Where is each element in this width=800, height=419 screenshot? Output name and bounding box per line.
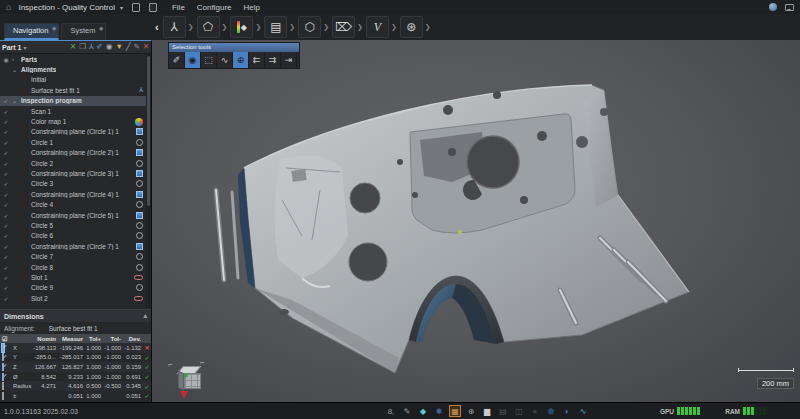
tree-item[interactable]: ✓Circle 9 xyxy=(0,283,146,293)
annotation-tools-icon[interactable]: V xyxy=(366,16,389,38)
surface-select-icon[interactable]: ◉ xyxy=(185,52,201,68)
element-check-icon[interactable]: ✓ xyxy=(0,274,12,281)
tree-item[interactable]: ✓Circle 6 xyxy=(0,231,146,241)
tree-item[interactable]: ✓Constraining plane (Circle 4) 1 xyxy=(0,189,146,199)
dimension-row[interactable]: X-198.113-199.2461.000-1.000-1.132✕ xyxy=(0,343,151,353)
column-header[interactable]: Measur xyxy=(58,336,85,342)
element-check-icon[interactable]: ✓ xyxy=(0,243,12,250)
tree-scrollbar[interactable] xyxy=(146,54,151,308)
tree-item[interactable]: ✓Constraining plane (Circle 5) 1 xyxy=(0,210,146,220)
tree-item[interactable]: ✓Scan 1 xyxy=(0,106,146,116)
3d-model-part[interactable] xyxy=(152,40,800,402)
table-icon[interactable]: ▤ xyxy=(497,405,509,417)
tree-item[interactable]: ✓Circle 4 xyxy=(0,199,146,209)
menu-item-configure[interactable]: Configure xyxy=(197,3,232,12)
element-check-icon[interactable]: ✓ xyxy=(0,97,12,104)
tree-item[interactable]: ✓Constraining plane (Circle 2) 1 xyxy=(0,148,146,158)
tree-item[interactable]: ✓Slot 2 xyxy=(0,293,146,303)
new-document-icon[interactable] xyxy=(132,3,140,12)
visibility-eye-icon[interactable]: ◉ xyxy=(0,56,12,63)
row-checkbox[interactable] xyxy=(2,363,4,371)
element-check-icon[interactable]: ✓ xyxy=(0,212,12,219)
draw-icon[interactable]: ╱ xyxy=(126,43,131,51)
expander-icon[interactable]: ⌄ xyxy=(12,97,21,104)
chevron-right-icon[interactable]: ❯ xyxy=(253,23,263,31)
histogram-icon[interactable]: ▆ xyxy=(481,405,493,417)
chevron-down-icon[interactable]: ▾ xyxy=(23,44,26,51)
expander-icon[interactable]: ⌄ xyxy=(12,66,21,73)
dimension-row[interactable]: Z126.667126.8271.000-1.0000.159✓ xyxy=(0,362,151,372)
report-tools-icon[interactable]: ▤ xyxy=(264,16,287,38)
element-check-icon[interactable]: ✓ xyxy=(0,264,12,271)
tree-item[interactable]: ✓Circle 5 xyxy=(0,220,146,230)
tab-system[interactable]: System◉ xyxy=(61,23,106,40)
row-checkbox[interactable] xyxy=(2,353,4,361)
positioning-tools-icon[interactable]: ⅄ xyxy=(163,16,186,38)
tree-item[interactable]: ◉›Parts xyxy=(0,54,146,64)
tree-item[interactable]: ✓Constraining plane (Circle 1) 1 xyxy=(0,127,146,137)
dimensions-header[interactable]: Dimensions ▴ xyxy=(0,310,151,322)
navigation-cube[interactable]: ⌐ ⌐ xyxy=(174,364,218,404)
sphere-select-icon[interactable]: ⊕ xyxy=(233,52,249,68)
geometry-tools-icon[interactable]: ⬠ xyxy=(197,16,220,38)
column-header[interactable]: Tol+ xyxy=(85,336,103,342)
brush-select-icon[interactable]: ✐ xyxy=(169,52,185,68)
selection-toolbar-title[interactable]: Selection tools xyxy=(169,43,299,52)
angle-counter[interactable]: 8, xyxy=(385,405,397,417)
chevron-up-icon[interactable]: ▴ xyxy=(143,312,147,320)
alignment-icon[interactable]: ⅄ xyxy=(89,43,94,51)
home-icon[interactable]: ⌂ xyxy=(6,2,11,12)
layout-icon[interactable] xyxy=(149,3,157,12)
element-check-icon[interactable]: ✓ xyxy=(0,128,12,135)
tree-item[interactable]: ✓Circle 8 xyxy=(0,262,146,272)
chevron-right-icon[interactable]: ❯ xyxy=(287,23,297,31)
tree-item[interactable]: ✓Color map 1 xyxy=(0,116,146,126)
element-check-icon[interactable]: ✓ xyxy=(0,108,12,115)
tree-item[interactable]: ✓Circle 3 xyxy=(0,179,146,189)
feedback-icon[interactable] xyxy=(785,4,794,11)
chevron-right-icon[interactable]: ❯ xyxy=(355,23,365,31)
column-header[interactable]: Tol- xyxy=(103,336,123,342)
tolerance-tools-icon[interactable]: ⬡ xyxy=(298,16,321,38)
tree-item[interactable]: ✓Circle 2 xyxy=(0,158,146,168)
element-check-icon[interactable]: ✓ xyxy=(0,191,12,198)
menu-item-help[interactable]: Help xyxy=(244,3,260,12)
rectangle-select-icon[interactable]: ⬚ xyxy=(201,52,217,68)
edit-icon[interactable]: ✎ xyxy=(401,405,413,417)
element-check-icon[interactable]: ✓ xyxy=(0,222,12,229)
curve-icon[interactable]: ∿ xyxy=(577,405,589,417)
tree-item[interactable]: ✓Constraining plane (Circle 3) 1 xyxy=(0,168,146,178)
chevron-right-icon[interactable]: ❯ xyxy=(186,23,196,31)
3d-viewport[interactable]: Selection tools ✐◉⬚∿⊕⇇⇉⇥ xyxy=(152,40,800,402)
tree-item[interactable]: Surface best fit 1⅄ xyxy=(0,85,146,95)
tree-item[interactable]: ✓⌄Inspection program xyxy=(0,96,146,106)
user-avatar-icon[interactable] xyxy=(769,3,777,11)
cleanup-tools-icon[interactable]: ⌦ xyxy=(332,16,355,38)
surface-icon[interactable]: ◗ xyxy=(561,405,573,417)
color-map-tools-icon[interactable]: ◆ xyxy=(230,16,253,38)
polygon-icon[interactable]: ⬟ xyxy=(545,405,557,417)
dimension-row[interactable]: Radius4.2714.6160.500-0.5000.345✓ xyxy=(0,381,151,391)
measure-icon[interactable]: ✎ xyxy=(133,43,139,51)
row-checkbox[interactable] xyxy=(2,392,4,400)
element-check-icon[interactable]: ✓ xyxy=(0,253,12,260)
expander-icon[interactable]: › xyxy=(12,56,21,62)
select-arrows-icon[interactable]: ⇉ xyxy=(265,52,281,68)
remove-mesh-icon[interactable]: ✕ xyxy=(70,43,76,51)
navigation-tools-icon[interactable]: ⊛ xyxy=(400,16,423,38)
tree-item[interactable]: ✓Constraining plane (Circle 7) 1 xyxy=(0,241,146,251)
tree-item[interactable]: ✓Circle 1 xyxy=(0,137,146,147)
clipboard-icon[interactable]: ❐ xyxy=(79,43,86,51)
tree-item[interactable]: ✓Circle 7 xyxy=(0,251,146,261)
element-check-icon[interactable]: ✓ xyxy=(0,139,12,146)
element-check-icon[interactable]: ✓ xyxy=(0,180,12,187)
snowflake-icon[interactable]: ❄ xyxy=(433,405,445,417)
tree-item[interactable]: ✓Slot 1 xyxy=(0,272,146,282)
chevron-left-icon[interactable]: ‹ xyxy=(152,21,162,33)
element-check-icon[interactable]: ✓ xyxy=(0,284,12,291)
alignment-value[interactable]: Surface best fit 1 xyxy=(49,325,98,332)
element-check-icon[interactable]: ✓ xyxy=(0,201,12,208)
row-checkbox[interactable] xyxy=(2,344,4,352)
pin-icon[interactable]: ◉ xyxy=(52,25,56,31)
element-check-icon[interactable]: ✓ xyxy=(0,160,12,167)
